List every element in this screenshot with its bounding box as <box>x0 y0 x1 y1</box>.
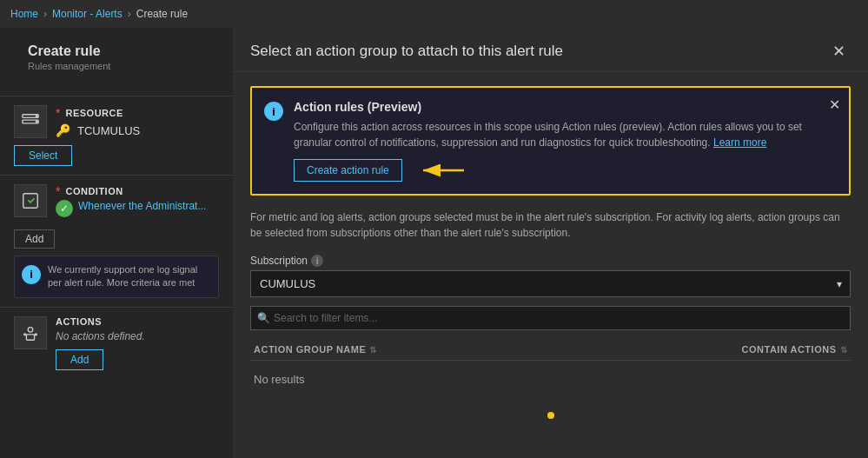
resource-name: TCUMULUS <box>77 124 140 137</box>
col-contain-actions: CONTAIN ACTIONS ⇅ <box>739 344 851 355</box>
condition-section: * CONDITION ✓ Whenever the Administrat..… <box>0 175 233 307</box>
search-input[interactable] <box>250 306 851 330</box>
subscription-select[interactable]: CUMULUS <box>250 270 851 297</box>
breadcrumb: Home › Monitor - Alerts › Create rule <box>0 0 868 28</box>
condition-section-title: CONDITION <box>65 186 123 196</box>
condition-info-text: We currently support one log signal per … <box>48 263 211 290</box>
dialog-header: Select an action group to attach to this… <box>233 28 868 72</box>
actions-title: ACTIONS <box>56 316 219 327</box>
no-actions-text: No actions defined. <box>56 330 219 342</box>
condition-section-icon <box>14 184 47 217</box>
svg-rect-6 <box>26 335 34 340</box>
col-action-group-name: ACTION GROUP NAME ⇅ <box>250 344 739 355</box>
sort-icon: ⇅ <box>369 345 377 355</box>
action-rules-box: i Action rules (Preview) Configure this … <box>250 86 851 196</box>
sort-icon-2: ⇅ <box>840 345 848 355</box>
dialog-title: Select an action group to attach to this… <box>250 43 563 60</box>
condition-check-icon: ✓ <box>56 200 73 217</box>
resource-section: * RESOURCE 🔑 TCUMULUS Select <box>0 96 233 175</box>
dialog-description: For metric and log alerts, action groups… <box>250 209 851 241</box>
condition-link[interactable]: Whenever the Administrat... <box>78 200 206 212</box>
loading-indicator <box>547 412 554 419</box>
dialog-close-button[interactable]: ✕ <box>827 40 851 63</box>
dialog-body: i Action rules (Preview) Configure this … <box>233 72 868 458</box>
table-header: ACTION GROUP NAME ⇅ CONTAIN ACTIONS ⇅ <box>250 339 851 361</box>
breadcrumb-monitor-alerts[interactable]: Monitor - Alerts <box>52 8 123 20</box>
search-icon: 🔍 <box>257 312 270 324</box>
key-icon: 🔑 <box>56 123 70 137</box>
action-rules-desc: Configure this action across resources i… <box>294 119 837 150</box>
svg-point-3 <box>36 121 37 123</box>
subscription-select-wrapper: CUMULUS ▾ <box>250 270 851 297</box>
svg-point-10 <box>36 334 37 335</box>
action-rules-title: Action rules (Preview) <box>294 100 837 114</box>
condition-info-box: i We currently support one log signal pe… <box>14 256 219 298</box>
condition-add-button[interactable]: Add <box>14 229 55 249</box>
breadcrumb-current: Create rule <box>136 8 188 20</box>
action-rules-info-icon: i <box>264 102 283 121</box>
resource-section-title: RESOURCE <box>65 108 123 118</box>
svg-rect-4 <box>23 194 38 209</box>
dialog-panel: Select an action group to attach to this… <box>233 28 868 458</box>
sidebar: Create rule Rules management * RESO <box>0 28 233 458</box>
subscription-info-icon: i <box>311 255 323 267</box>
learn-more-link[interactable]: Learn more <box>713 136 766 149</box>
svg-point-9 <box>24 334 26 335</box>
resource-section-icon <box>14 105 47 138</box>
svg-point-5 <box>28 327 33 332</box>
select-button[interactable]: Select <box>14 145 72 166</box>
info-icon: i <box>22 265 41 284</box>
create-action-rule-button[interactable]: Create action rule <box>294 159 402 182</box>
breadcrumb-home[interactable]: Home <box>10 8 38 20</box>
actions-section-icon <box>14 316 47 349</box>
actions-section: ACTIONS No actions defined. Add <box>0 307 233 379</box>
svg-point-2 <box>36 116 37 117</box>
action-rules-close-button[interactable]: ✕ <box>829 96 840 113</box>
sidebar-title: Create rule <box>14 38 219 61</box>
no-results-text: No results <box>250 364 851 395</box>
sidebar-subtitle: Rules management <box>14 61 219 85</box>
subscription-label: Subscription i <box>250 255 851 267</box>
arrow-annotation <box>416 160 468 181</box>
actions-add-button[interactable]: Add <box>56 349 103 370</box>
search-wrapper: 🔍 <box>250 306 851 330</box>
